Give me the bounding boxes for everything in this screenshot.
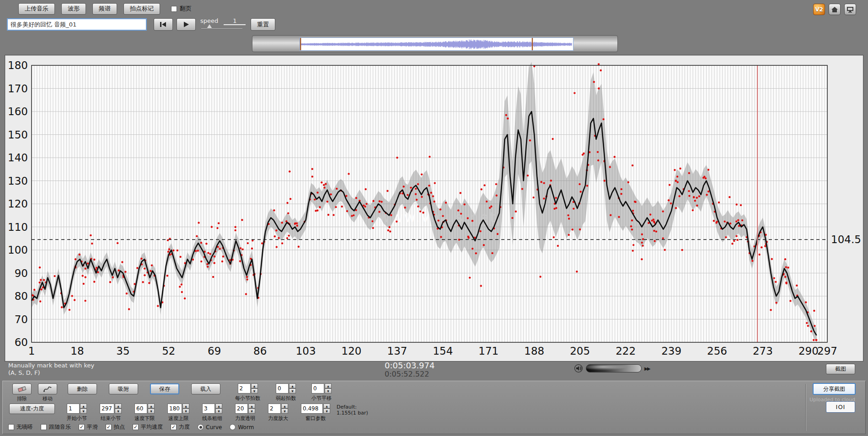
svg-text:188: 188 — [524, 345, 544, 357]
speed-slider-thumb[interactable] — [207, 24, 212, 28]
checkbox-icon[interactable]: ✓ — [133, 424, 139, 430]
dynamics-scale-spinner-decrement-button[interactable]: ▼ — [281, 409, 288, 414]
line-width-spinner-value[interactable]: 3 — [202, 404, 215, 414]
line-width-spinner-decrement-button[interactable]: ▼ — [215, 409, 222, 414]
snap-button[interactable]: 吸附 — [109, 383, 138, 394]
worm-radio[interactable]: Worm — [230, 424, 254, 431]
start-bar-spinner-increment-button[interactable]: ▲ — [80, 404, 87, 409]
beats-per-bar-spinner-decrement-button[interactable]: ▼ — [251, 388, 258, 393]
beat-hint-text: Manually mark beat with key (A, S, D, F) — [8, 362, 94, 377]
beats-checkbox[interactable]: ✓拍点 — [106, 423, 125, 431]
audio-overview-waveform[interactable] — [300, 37, 573, 51]
start-bar-spinner-decrement-button[interactable]: ▼ — [80, 409, 87, 414]
beats-per-bar-spinner-value[interactable]: 2 — [238, 383, 251, 393]
share-screenshot-button[interactable]: 分享截图 — [813, 383, 856, 395]
tempo-chart[interactable]: www.vmus.net104.560708090100110120130140… — [5, 55, 863, 362]
tempo-min-spinner-decrement-button[interactable]: ▼ — [148, 409, 155, 414]
end-bar-spinner-increment-button[interactable]: ▲ — [115, 404, 122, 409]
svg-text:80: 80 — [15, 290, 28, 302]
audio-overview-strip[interactable] — [252, 35, 618, 52]
tempo-max-spinner-increment-button[interactable]: ▲ — [182, 404, 189, 409]
beats-checkbox-label: 拍点 — [114, 423, 125, 431]
svg-text:52: 52 — [162, 345, 175, 357]
svg-text:86: 86 — [253, 345, 267, 357]
svg-text:90: 90 — [15, 267, 28, 279]
svg-text:170: 170 — [8, 83, 28, 95]
skip-back-icon — [159, 21, 167, 27]
svg-text:100: 100 — [8, 244, 28, 256]
checkbox-icon[interactable]: ✓ — [106, 424, 112, 430]
upload-music-button[interactable]: 上传音乐 — [18, 3, 55, 15]
volume-slider[interactable] — [586, 364, 642, 372]
tempo-dynamics-mode-button[interactable]: 速度-力度 — [9, 404, 55, 414]
beats-per-bar-spinner-increment-button[interactable]: ▲ — [251, 383, 258, 388]
speed-slider[interactable] — [201, 27, 242, 28]
average-tempo-checkbox[interactable]: ✓平均速度 — [133, 423, 163, 431]
pickup-beats-spinner-value[interactable]: 0 — [276, 383, 289, 393]
bar-shift-spinner-increment-button[interactable]: ▲ — [325, 383, 332, 388]
bar-shift-spinner-value[interactable]: 0 — [311, 383, 324, 393]
end-bar-spinner-value[interactable]: 297 — [100, 404, 114, 414]
end-bar-spinner-decrement-button[interactable]: ▼ — [115, 409, 122, 414]
v2-badge-icon[interactable]: V2 — [813, 4, 825, 15]
skip-to-start-button[interactable] — [154, 18, 173, 31]
svg-text:180: 180 — [8, 59, 28, 71]
checkbox-icon[interactable] — [171, 6, 177, 12]
fast-forward-icon[interactable]: ▶▶ — [644, 366, 649, 371]
checkbox-icon[interactable] — [8, 424, 14, 430]
follow-music-checkbox[interactable]: 跟随音乐 — [41, 423, 71, 431]
audio-filename-input[interactable] — [7, 18, 147, 31]
volume-control: ▶▶ — [574, 364, 649, 372]
play-button[interactable] — [177, 18, 196, 31]
svg-text:140: 140 — [8, 152, 28, 164]
svg-text:239: 239 — [661, 345, 681, 357]
window-param-spinner-decrement-button[interactable]: ▼ — [323, 409, 330, 414]
speed-value[interactable]: 1 — [224, 17, 246, 25]
dynamics-opacity-spinner-value[interactable]: 20 — [235, 404, 248, 414]
bar-shift-spinner-decrement-button[interactable]: ▼ — [325, 388, 332, 393]
spectrum-button[interactable]: 频谱 — [92, 3, 117, 15]
dynamics-opacity-spinner-increment-button[interactable]: ▲ — [248, 404, 255, 409]
no-tick-checkbox[interactable]: 无嘀嗒 — [8, 423, 33, 431]
line-width-spinner-increment-button[interactable]: ▲ — [215, 404, 222, 409]
tempo-min-spinner-value[interactable]: 60 — [134, 404, 147, 414]
load-button[interactable]: 载入 — [191, 383, 220, 394]
window-param-spinner-value[interactable]: 0.498 — [301, 404, 323, 414]
bar-shift-spinner-label: 小节平移 — [311, 395, 332, 402]
beat-marker-button[interactable]: 拍点标记 — [123, 3, 160, 15]
tempo-max-spinner-value[interactable]: 180 — [167, 404, 182, 414]
dynamics-scale-spinner-value[interactable]: 2 — [268, 404, 281, 414]
tempo-min-spinner-increment-button[interactable]: ▲ — [148, 404, 155, 409]
radio-icon[interactable] — [198, 424, 204, 430]
move-button[interactable] — [38, 383, 57, 394]
reset-button[interactable]: 重置 — [251, 18, 275, 31]
waveform-button[interactable]: 波形 — [61, 3, 86, 15]
screenshot-button[interactable]: 截图 — [826, 364, 855, 374]
window-param-spinner-increment-button[interactable]: ▲ — [323, 404, 330, 409]
svg-text:154: 154 — [433, 345, 453, 357]
checkbox-icon[interactable] — [41, 424, 47, 430]
dynamics-opacity-spinner-decrement-button[interactable]: ▼ — [248, 409, 255, 414]
home-icon[interactable] — [829, 4, 841, 15]
dynamics-checkbox[interactable]: ✓力度 — [171, 423, 190, 431]
delete-button[interactable]: 删除 — [68, 383, 97, 394]
tempo-max-spinner-decrement-button[interactable]: ▼ — [182, 409, 189, 414]
ioi-button[interactable]: IOI — [826, 401, 855, 413]
start-bar-spinner-value[interactable]: 1 — [67, 404, 80, 414]
pickup-beats-spinner-decrement-button[interactable]: ▼ — [289, 388, 296, 393]
radio-icon[interactable] — [230, 424, 236, 430]
exclude-button-group: 排除 — [9, 383, 35, 402]
svg-text:297: 297 — [817, 345, 837, 357]
smooth-checkbox[interactable]: ✓平滑 — [79, 423, 98, 431]
curve-radio[interactable]: Curve — [198, 424, 222, 431]
exclude-button[interactable] — [12, 383, 32, 394]
dynamics-scale-spinner-increment-button[interactable]: ▲ — [281, 404, 288, 409]
fullscreen-monitor-icon[interactable] — [844, 4, 856, 15]
checkbox-icon[interactable]: ✓ — [79, 424, 85, 430]
pickup-beats-spinner-increment-button[interactable]: ▲ — [289, 383, 296, 388]
beats-per-bar-spinner-label: 每小节拍数 — [235, 395, 260, 402]
svg-text:256: 256 — [707, 345, 727, 357]
save-button[interactable]: 保存 — [150, 383, 179, 394]
checkbox-icon[interactable]: ✓ — [171, 424, 177, 430]
page-turn-checkbox[interactable]: 翻页 — [171, 5, 192, 13]
